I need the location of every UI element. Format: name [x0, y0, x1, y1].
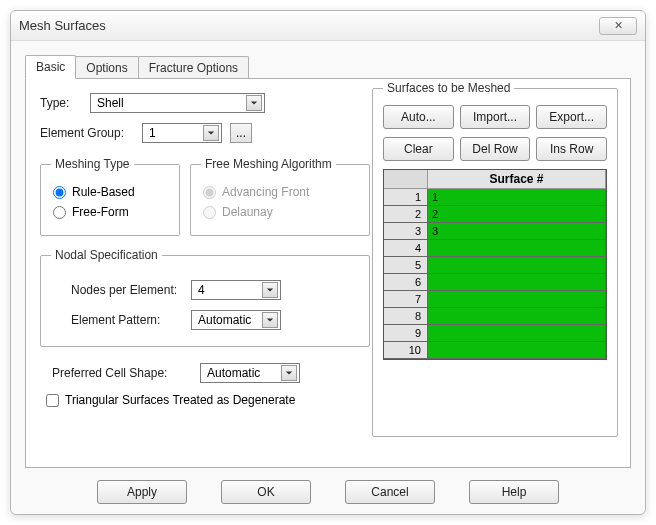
radio-free-form[interactable] — [53, 206, 66, 219]
chevron-down-icon — [262, 282, 278, 298]
surfaces-grid[interactable]: Surface # 11223345678910 — [383, 169, 607, 360]
table-row[interactable]: 7 — [384, 291, 606, 308]
chevron-down-icon — [246, 95, 262, 111]
row-value[interactable] — [428, 325, 606, 342]
delrow-button[interactable]: Del Row — [460, 137, 531, 161]
type-value: Shell — [97, 96, 124, 110]
row-value[interactable] — [428, 308, 606, 325]
type-label: Type: — [40, 96, 90, 110]
meshing-type-group: Meshing Type Rule-Based Free-Form — [40, 157, 180, 236]
table-row[interactable]: 8 — [384, 308, 606, 325]
table-row[interactable]: 9 — [384, 325, 606, 342]
close-button[interactable]: ✕ — [599, 17, 637, 35]
element-group-label: Element Group: — [40, 126, 142, 140]
free-meshing-legend: Free Meshing Algorithm — [201, 157, 336, 171]
chevron-down-icon — [203, 125, 219, 141]
ok-button[interactable]: OK — [221, 480, 311, 504]
row-value[interactable] — [428, 274, 606, 291]
triangular-checkbox[interactable] — [46, 394, 59, 407]
cancel-button[interactable]: Cancel — [345, 480, 435, 504]
apply-button[interactable]: Apply — [97, 480, 187, 504]
element-pattern-label: Element Pattern: — [51, 313, 191, 327]
radio-delaunay — [203, 206, 216, 219]
tab-row: Basic Options Fracture Options — [25, 55, 631, 79]
element-group-select[interactable]: 1 — [142, 123, 222, 143]
row-index: 3 — [384, 223, 428, 240]
row-index: 10 — [384, 342, 428, 359]
radio-advancing-front — [203, 186, 216, 199]
nodal-spec-legend: Nodal Specification — [51, 248, 162, 262]
tab-fracture[interactable]: Fracture Options — [138, 56, 249, 79]
row-value[interactable] — [428, 342, 606, 359]
radio-rule-based[interactable] — [53, 186, 66, 199]
row-index: 4 — [384, 240, 428, 257]
radio-delaunay-label: Delaunay — [222, 205, 273, 219]
chevron-down-icon — [281, 365, 297, 381]
table-row[interactable]: 33 — [384, 223, 606, 240]
table-row[interactable]: 11 — [384, 189, 606, 206]
table-row[interactable]: 10 — [384, 342, 606, 359]
titlebar: Mesh Surfaces ✕ — [11, 11, 645, 41]
insrow-button[interactable]: Ins Row — [536, 137, 607, 161]
radio-free-form-label: Free-Form — [72, 205, 129, 219]
table-row[interactable]: 22 — [384, 206, 606, 223]
row-index: 9 — [384, 325, 428, 342]
type-select[interactable]: Shell — [90, 93, 265, 113]
pref-cell-shape-value: Automatic — [207, 366, 260, 380]
chevron-down-icon — [262, 312, 278, 328]
clear-button[interactable]: Clear — [383, 137, 454, 161]
grid-header-surface: Surface # — [428, 170, 606, 189]
surfaces-legend: Surfaces to be Meshed — [383, 81, 514, 95]
row-index: 5 — [384, 257, 428, 274]
dialog-body: Basic Options Fracture Options Type: She… — [11, 41, 645, 514]
help-button[interactable]: Help — [469, 480, 559, 504]
element-pattern-value: Automatic — [198, 313, 251, 327]
table-row[interactable]: 5 — [384, 257, 606, 274]
element-group-ellipsis-button[interactable]: ... — [230, 123, 252, 143]
row-index: 7 — [384, 291, 428, 308]
element-pattern-select[interactable]: Automatic — [191, 310, 281, 330]
export-button[interactable]: Export... — [536, 105, 607, 129]
pref-cell-shape-select[interactable]: Automatic — [200, 363, 300, 383]
row-value[interactable] — [428, 291, 606, 308]
row-value[interactable]: 3 — [428, 223, 606, 240]
element-group-value: 1 — [149, 126, 156, 140]
triangular-label: Triangular Surfaces Treated as Degenerat… — [65, 393, 295, 407]
table-row[interactable]: 6 — [384, 274, 606, 291]
meshing-type-legend: Meshing Type — [51, 157, 134, 171]
close-icon: ✕ — [614, 19, 623, 32]
tab-panel-basic: Type: Shell Element Group: 1 ... — [25, 78, 631, 468]
row-index: 6 — [384, 274, 428, 291]
tab-options[interactable]: Options — [75, 56, 138, 79]
bottom-bar: Apply OK Cancel Help — [25, 468, 631, 504]
row-value[interactable]: 2 — [428, 206, 606, 223]
dialog-window: Mesh Surfaces ✕ Basic Options Fracture O… — [10, 10, 646, 515]
row-index: 1 — [384, 189, 428, 206]
auto-button[interactable]: Auto... — [383, 105, 454, 129]
row-value[interactable]: 1 — [428, 189, 606, 206]
window-title: Mesh Surfaces — [19, 18, 106, 33]
surfaces-group: Surfaces to be Meshed Auto... Import... … — [372, 81, 618, 437]
nodes-per-elem-label: Nodes per Element: — [51, 283, 191, 297]
row-index: 8 — [384, 308, 428, 325]
ellipsis-label: ... — [236, 126, 246, 140]
free-meshing-group: Free Meshing Algorithm Advancing Front D… — [190, 157, 370, 236]
tab-basic[interactable]: Basic — [25, 55, 76, 79]
row-value[interactable] — [428, 240, 606, 257]
nodes-per-elem-select[interactable]: 4 — [191, 280, 281, 300]
surfaces-panel: Surfaces to be Meshed Auto... Import... … — [372, 81, 618, 437]
radio-advancing-front-label: Advancing Front — [222, 185, 309, 199]
table-row[interactable]: 4 — [384, 240, 606, 257]
import-button[interactable]: Import... — [460, 105, 531, 129]
pref-cell-shape-label: Preferred Cell Shape: — [40, 366, 200, 380]
radio-rule-based-label: Rule-Based — [72, 185, 135, 199]
grid-header-blank — [384, 170, 428, 189]
nodal-spec-group: Nodal Specification Nodes per Element: 4… — [40, 248, 370, 347]
nodes-per-elem-value: 4 — [198, 283, 205, 297]
row-index: 2 — [384, 206, 428, 223]
row-value[interactable] — [428, 257, 606, 274]
